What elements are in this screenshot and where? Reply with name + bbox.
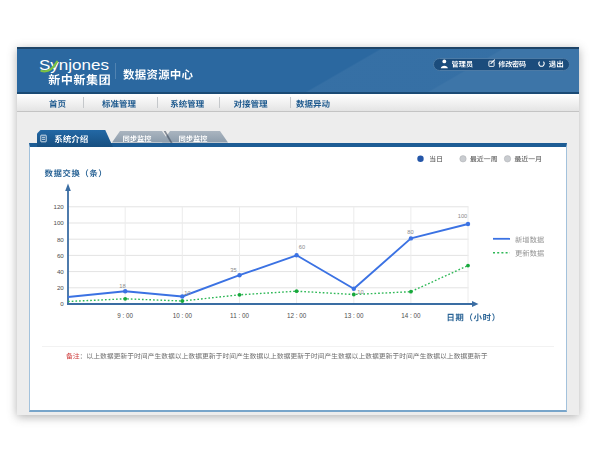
svg-text:12 : 00: 12 : 00 bbox=[287, 312, 307, 319]
svg-text:80: 80 bbox=[407, 229, 413, 235]
svg-text:60: 60 bbox=[299, 244, 305, 250]
svg-text:0: 0 bbox=[60, 300, 64, 307]
svg-text:14 : 00: 14 : 00 bbox=[401, 312, 421, 319]
svg-text:18: 18 bbox=[119, 283, 125, 289]
svg-text:9 : 00: 9 : 00 bbox=[117, 312, 133, 319]
svg-text:100: 100 bbox=[53, 219, 64, 226]
svg-text:40: 40 bbox=[57, 268, 64, 275]
svg-text:11 : 00: 11 : 00 bbox=[230, 312, 249, 319]
svg-text:120: 120 bbox=[53, 203, 64, 210]
svg-text:60: 60 bbox=[57, 252, 64, 259]
svg-text:10: 10 bbox=[184, 290, 190, 296]
svg-text:100: 100 bbox=[458, 213, 468, 219]
svg-text:10 : 00: 10 : 00 bbox=[173, 312, 193, 319]
svg-text:20: 20 bbox=[57, 284, 64, 291]
svg-text:35: 35 bbox=[230, 267, 236, 273]
svg-text:10: 10 bbox=[357, 289, 363, 295]
svg-text:80: 80 bbox=[57, 236, 64, 243]
svg-text:13 : 00: 13 : 00 bbox=[344, 312, 364, 319]
